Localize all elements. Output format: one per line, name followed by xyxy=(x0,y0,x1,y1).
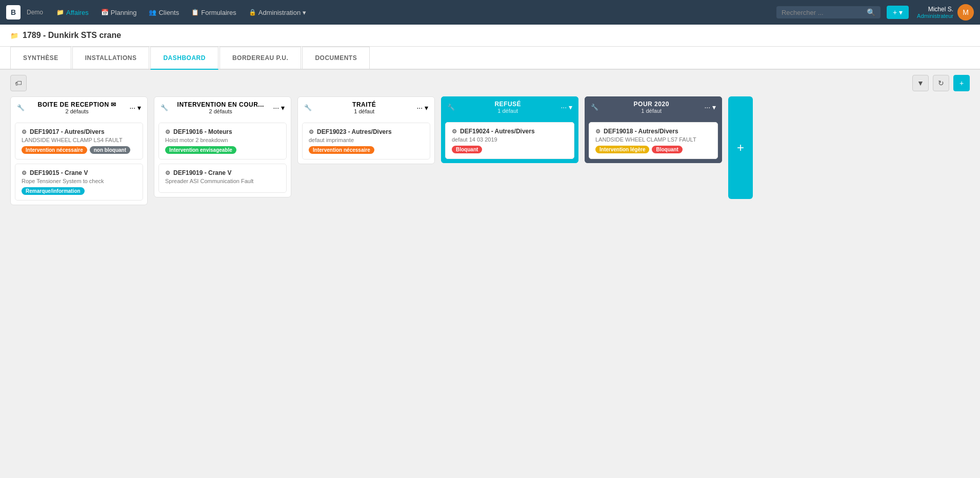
tab-installations[interactable]: INSTALLATIONS xyxy=(72,47,150,69)
add-chevron-icon: ▾ xyxy=(899,8,903,16)
filter-button[interactable]: ▼ xyxy=(912,75,929,91)
formulaires-icon: 📋 xyxy=(191,9,199,16)
breadcrumb: 📁 1789 - Dunkirk STS crane xyxy=(0,25,980,47)
nav-formulaires-label: Formulaires xyxy=(201,9,236,16)
search-icon: 🔍 xyxy=(867,8,875,16)
badge-row-6: Bloquant xyxy=(452,146,568,153)
col-wrench-icon-3: 🔧 xyxy=(304,104,312,111)
col-menu-5[interactable]: ··· ▾ xyxy=(704,103,716,111)
col-wrench-icon-5: 🔧 xyxy=(591,104,598,111)
refresh-button[interactable]: ↻ xyxy=(933,75,949,91)
col-header-pour2020: 🔧 POUR 2020 1 défaut ··· ▾ xyxy=(585,96,722,118)
navbar: B Demo 📁 Affaires 📅 Planning 👥 Clients 📋… xyxy=(0,0,980,25)
col-title-2: INTERVENTION EN COUR... xyxy=(168,101,273,108)
card-desc-2: Rope Tensioner System to check xyxy=(22,178,136,184)
breadcrumb-folder-icon: 📁 xyxy=(10,32,18,39)
kanban-board: 🔧 BOITE DE RECEPTION ✉ 2 défauts ··· ▾ ⚙… xyxy=(0,96,980,215)
col-body-3: ⚙ DEF19023 - Autres/Divers defaut imprim… xyxy=(298,118,434,164)
card-id-6: DEF19024 - Autres/Divers xyxy=(460,128,535,135)
badge-bloquant-1: Bloquant xyxy=(452,146,482,153)
card-gear-icon-6: ⚙ xyxy=(452,128,457,135)
nav-affaires[interactable]: 📁 Affaires xyxy=(51,7,94,18)
card-gear-icon-7: ⚙ xyxy=(595,128,601,135)
card-gear-icon-4: ⚙ xyxy=(165,170,170,176)
col-menu-2[interactable]: ··· ▾ xyxy=(273,104,285,112)
card-id-5: DEF19023 - Autres/Divers xyxy=(317,128,392,135)
badge-bloquant-2: Bloquant xyxy=(652,146,682,153)
add-column-button[interactable]: + xyxy=(953,75,970,91)
kanban-col-intervention: 🔧 INTERVENTION EN COUR... 2 défauts ··· … xyxy=(154,96,291,197)
col-wrench-icon-2: 🔧 xyxy=(161,104,168,111)
col-menu-4[interactable]: ··· ▾ xyxy=(561,103,572,111)
card-def19018[interactable]: ⚙ DEF19018 - Autres/Divers LANDSIDE WHEE… xyxy=(589,122,718,159)
badge-envisageable: Intervention envisageable xyxy=(165,146,236,154)
card-desc-7: LANDSIDE WHEEL CLAMP LS7 FAULT xyxy=(595,136,711,143)
nav-clients-label: Clients xyxy=(158,9,179,16)
add-new-column-button[interactable]: + xyxy=(728,96,753,199)
card-def19024[interactable]: ⚙ DEF19024 - Autres/Divers defaut 14 03 … xyxy=(445,122,574,159)
badge-row-5: Intervention nécessaire xyxy=(309,146,424,154)
breadcrumb-title: 1789 - Dunkirk STS crane xyxy=(23,31,121,40)
card-id-7: DEF19018 - Autres/Divers xyxy=(604,128,678,135)
card-def19023[interactable]: ⚙ DEF19023 - Autres/Divers defaut imprim… xyxy=(302,123,430,160)
col-count-5: 1 défaut xyxy=(598,108,704,114)
global-add-button[interactable]: + ▾ xyxy=(887,6,909,19)
col-count-1: 2 défauts xyxy=(25,108,129,114)
tab-synthese[interactable]: SYNTHÈSE xyxy=(10,47,71,69)
col-header-intervention: 🔧 INTERVENTION EN COUR... 2 défauts ··· … xyxy=(154,97,291,118)
affaires-icon: 📁 xyxy=(56,9,64,16)
col-count-4: 1 défaut xyxy=(455,108,561,114)
demo-label: Demo xyxy=(27,9,43,16)
badge-row: Intervention nécessaire non bloquant xyxy=(22,146,136,154)
add-icon: + xyxy=(893,8,897,16)
card-gear-icon: ⚙ xyxy=(22,129,27,135)
kanban-col-pour2020: 🔧 POUR 2020 1 défaut ··· ▾ ⚙ DEF19018 - … xyxy=(585,96,722,163)
nav-formulaires[interactable]: 📋 Formulaires xyxy=(186,7,242,18)
tab-dashboard[interactable]: DASHBOARD xyxy=(150,47,218,70)
col-body-1: ⚙ DEF19017 - Autres/Divers LANDSIDE WHEE… xyxy=(11,118,147,205)
col-body-2: ⚙ DEF19016 - Moteurs Hoist motor 2 break… xyxy=(154,118,291,197)
card-gear-icon-2: ⚙ xyxy=(22,170,27,176)
col-menu-1[interactable]: ··· ▾ xyxy=(129,104,141,112)
tab-bordereau[interactable]: BORDEREAU P.U. xyxy=(219,47,301,69)
card-def19016[interactable]: ⚙ DEF19016 - Moteurs Hoist motor 2 break… xyxy=(158,123,287,160)
kanban-col-traite: 🔧 TRAITÉ 1 défaut ··· ▾ ⚙ DEF19023 - Aut… xyxy=(297,96,435,164)
avatar[interactable]: M xyxy=(957,4,974,21)
card-id-2: DEF19015 - Crane V xyxy=(30,169,88,176)
nav-administration-label: Administration xyxy=(258,9,301,16)
col-header-boite-reception: 🔧 BOITE DE RECEPTION ✉ 2 défauts ··· ▾ xyxy=(11,97,147,118)
col-header-traite: 🔧 TRAITÉ 1 défaut ··· ▾ xyxy=(298,97,434,118)
col-count-2: 2 défauts xyxy=(168,108,273,114)
col-count-3: 1 défaut xyxy=(312,108,416,114)
nav-clients[interactable]: 👥 Clients xyxy=(144,7,184,18)
col-menu-3[interactable]: ··· ▾ xyxy=(416,104,428,112)
card-gear-icon-5: ⚙ xyxy=(309,129,314,135)
card-desc-5: defaut imprimante xyxy=(309,137,424,143)
card-id-3: DEF19016 - Moteurs xyxy=(173,128,232,135)
nav-planning-label: Planning xyxy=(111,9,137,16)
administration-lock-icon: 🔒 xyxy=(249,9,256,16)
col-title-3: TRAITÉ xyxy=(312,101,416,108)
toolbar: 🏷 ▼ ↻ + xyxy=(0,70,980,96)
badge-remarque: Remarque/information xyxy=(22,187,85,195)
nav-administration[interactable]: 🔒 Administration ▾ xyxy=(244,7,311,18)
nav-planning[interactable]: 📅 Planning xyxy=(96,7,142,18)
tag-filter-button[interactable]: 🏷 xyxy=(10,75,27,91)
col-wrench-icon-1: 🔧 xyxy=(17,104,25,111)
card-desc: LANDSIDE WHEEL CLAMP LS4 FAULT xyxy=(22,137,136,143)
tab-documents[interactable]: DOCUMENTS xyxy=(302,47,370,69)
card-desc-6: defaut 14 03 2019 xyxy=(452,136,568,143)
filter-icon: ▼ xyxy=(917,79,924,87)
col-header-refuse: 🔧 REFUSÉ 1 défaut ··· ▾ xyxy=(441,96,578,118)
card-id: DEF19017 - Autres/Divers xyxy=(30,128,105,135)
user-section: Michel S. Administrateur M xyxy=(917,4,974,21)
search-input[interactable] xyxy=(782,9,864,16)
col-wrench-icon-4: 🔧 xyxy=(447,104,455,111)
card-id-4: DEF19019 - Crane V xyxy=(173,169,231,176)
col-body-5: ⚙ DEF19018 - Autres/Divers LANDSIDE WHEE… xyxy=(585,118,722,163)
card-def19015[interactable]: ⚙ DEF19015 - Crane V Rope Tensioner Syst… xyxy=(15,164,143,201)
card-def19017[interactable]: ⚙ DEF19017 - Autres/Divers LANDSIDE WHEE… xyxy=(15,123,143,160)
badge-row-2: Remarque/information xyxy=(22,187,136,195)
nav-affaires-label: Affaires xyxy=(66,9,89,16)
card-def19019[interactable]: ⚙ DEF19019 - Crane V Spreader ASI Commun… xyxy=(158,164,287,193)
